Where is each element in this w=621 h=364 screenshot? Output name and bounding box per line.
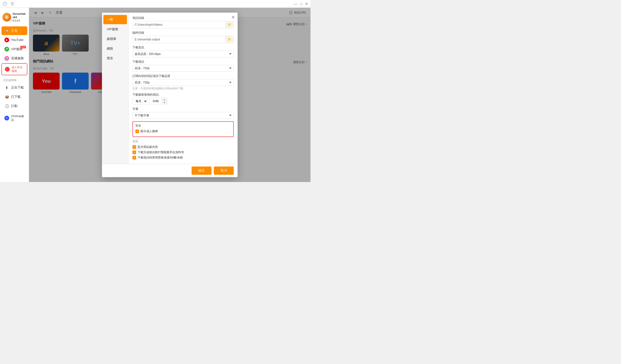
screensaver-checkbox[interactable]: ✓ — [133, 156, 136, 160]
sidebar-live-label: 直播服務 — [11, 56, 24, 61]
adult-icon: 🚫 — [5, 67, 10, 72]
show-adult-checkbox[interactable]: ✓ — [135, 130, 139, 133]
latest-video-label: 下載最新發佈的視訊: — [133, 93, 234, 97]
screensaver-row: ✓ 下載視訊時禁用熒幕保護/待機/休眠 — [133, 156, 234, 160]
open-folder-label: 下載完成後自動打開檔案所在資料夾 — [138, 150, 184, 154]
history-icon[interactable]: 🕐 — [2, 1, 7, 6]
menu-icon[interactable]: ☰ — [11, 1, 14, 6]
logo-icon: S — [2, 13, 11, 21]
temp-dir-row: 📁 — [133, 36, 234, 43]
clipboard-checkbox[interactable]: ✓ — [133, 145, 136, 149]
modal-footer: 確定 取消 — [102, 164, 238, 177]
sidebar-item-dvdfab[interactable]: D DVDFab產品 — [1, 113, 27, 124]
sidebar: S Streamfab x64 6.0.0.0 🏠 主頁 ▶ YouTube 🔑… — [0, 8, 29, 182]
youtube-icon: ▶ — [4, 37, 9, 42]
sidebar-adult-label: 成人串流服務 — [12, 66, 24, 73]
hot-badge: HOT — [20, 46, 26, 49]
svg-text:S: S — [6, 16, 8, 19]
video-quality-select[interactable]: 高清 - 720p全高清 - 1080p4K - 2160p標準 - 480p — [133, 65, 234, 72]
logo-text: Streamfab x64 6.0.0.0 — [13, 12, 26, 22]
checkmark: ✓ — [134, 156, 135, 159]
dvdfab-icon: D — [4, 116, 9, 120]
modal-nav-network[interactable]: 網路 — [104, 44, 127, 53]
modal-nav-general[interactable]: 一般 — [104, 15, 127, 24]
show-adult-row: ✓ 顯示成人服務 — [135, 129, 231, 133]
modal-form-content: 視訊目錄 📁 臨時目錄 📁 下載音訊 超高品質 — [129, 13, 238, 164]
sidebar-dvdfab-label: DVDFab產品 — [11, 115, 24, 122]
sidebar-youtube-label: YouTube — [11, 38, 23, 42]
schedule-icon: 📋 — [4, 104, 9, 108]
cancel-btn[interactable]: 取消 — [214, 166, 234, 175]
video-dir-input[interactable] — [133, 21, 225, 28]
subtitle-label: 字幕 — [133, 107, 234, 111]
time-row: 每天 ▲ ▼ — [133, 98, 234, 105]
time-down-btn[interactable]: ▼ — [162, 101, 167, 104]
sidebar-item-downloaded[interactable]: 📦 已下載 — [1, 92, 27, 101]
title-bar: 🕐 ☰ — □ ✕ — [0, 0, 310, 8]
security-section-label: 安全 — [135, 124, 231, 128]
sidebar-item-downloading[interactable]: ⬇ 正在下載 — [1, 83, 27, 92]
checkmark: ✓ — [136, 130, 138, 133]
checkmark: ✓ — [134, 151, 135, 154]
maximize-btn[interactable]: □ — [300, 2, 302, 6]
modal-layout: 一般 VIP服務 媒體庫 網路 聲音 視訊目錄 📁 — [102, 13, 238, 164]
modal-nav-media[interactable]: 媒體庫 — [104, 34, 127, 44]
sidebar-downloaded-label: 已下載 — [11, 95, 21, 99]
sidebar-downloading-label: 正在下載 — [11, 85, 24, 90]
time-up-btn[interactable]: ▲ — [162, 98, 167, 101]
modal-overlay: ✕ 一般 VIP服務 媒體庫 網路 聲音 視訊目錄 — [29, 8, 310, 182]
media-library-label: 您的媒體庫 — [0, 76, 29, 83]
vip-icon: 🔑 — [4, 47, 9, 51]
video-dir-browse-btn[interactable]: 📁 — [225, 21, 233, 28]
modal-close-btn[interactable]: ✕ — [232, 15, 235, 20]
app-container: S Streamfab x64 6.0.0.0 🏠 主頁 ▶ YouTube 🔑… — [0, 8, 310, 182]
clipboard-row: ✓ 監控剪貼板內容 — [133, 145, 234, 149]
sidebar-item-live[interactable]: 📡 直播服務 — [1, 54, 27, 63]
sub-video-quality-select[interactable]: 高清 - 720p全高清 - 1080p4K - 2160p標準 - 480p — [133, 79, 234, 86]
sidebar-item-schedule[interactable]: 📋 計劃 — [1, 102, 27, 110]
title-bar-controls: — □ ✕ — [294, 2, 308, 6]
sidebar-item-adult[interactable]: 🚫 成人串流服務 — [1, 63, 27, 75]
minimize-btn[interactable]: — — [294, 2, 297, 6]
time-input-group: ▲ ▼ — [149, 98, 167, 105]
sidebar-schedule-label: 計劃 — [11, 104, 17, 108]
downloading-icon: ⬇ — [4, 85, 9, 90]
home-icon: 🏠 — [4, 28, 9, 33]
checkmark: ✓ — [134, 146, 135, 148]
open-folder-checkbox[interactable]: ✓ — [133, 150, 136, 154]
logo-area: S Streamfab x64 6.0.0.0 — [0, 10, 29, 26]
video-dir-label: 視訊目錄 — [133, 16, 234, 20]
modal-sidebar: 一般 VIP服務 媒體庫 網路 聲音 — [102, 13, 129, 164]
subtitle-select[interactable]: 不下載字幕下載全部僅中文 — [133, 112, 234, 119]
open-folder-row: ✓ 下載完成後自動打開檔案所在資料夾 — [133, 150, 234, 154]
show-adult-label: 顯示成人服務 — [140, 129, 158, 133]
close-btn[interactable]: ✕ — [305, 2, 308, 6]
time-unit-select[interactable]: 每天 — [133, 98, 148, 105]
sidebar-item-youtube[interactable]: ▶ YouTube — [1, 35, 27, 44]
clipboard-label: 監控剪貼板內容 — [138, 145, 158, 149]
video-dir-row: 📁 — [133, 21, 234, 28]
video-quality-label: 下載視訊 — [133, 60, 234, 64]
main-content: ◀ ▶ ↻ 主頁 📋 粘貼URL VIP服務 編輯 瀏覽全部 › 從 — [29, 8, 310, 182]
sidebar-item-vip[interactable]: 🔑 VIP服務 HOT — [1, 45, 27, 53]
live-icon: 📡 — [4, 56, 9, 61]
audio-quality-select[interactable]: 超高品質 - 320 kbps高品質 - 256 kbps標準品質 - 128 … — [133, 50, 234, 57]
title-bar-left: 🕐 ☰ — [2, 1, 14, 6]
temp-dir-label: 臨時目錄 — [133, 31, 234, 35]
temp-dir-browse-btn[interactable]: 📁 — [225, 36, 233, 43]
audio-quality-label: 下載音訊 — [133, 46, 234, 50]
sub-video-quality-label: 訂閱內容的預設視訊下載品質 — [133, 74, 234, 78]
confirm-btn[interactable]: 確定 — [191, 166, 211, 175]
settings-modal: ✕ 一般 VIP服務 媒體庫 網路 聲音 視訊目錄 — [102, 13, 238, 177]
modal-nav-audio[interactable]: 聲音 — [104, 54, 127, 63]
time-value-input[interactable] — [150, 98, 162, 104]
sidebar-item-home[interactable]: 🏠 主頁 — [1, 26, 27, 35]
sidebar-home-label: 主頁 — [11, 29, 17, 33]
temp-dir-input[interactable] — [133, 36, 225, 43]
quality-note: 注意：不是所有視訊都能以1080p或4K下載。 — [133, 87, 234, 90]
downloaded-icon: 📦 — [4, 94, 9, 99]
security-section: 安全 ✓ 顯示成人服務 — [133, 121, 234, 137]
screensaver-label: 下載視訊時禁用熒幕保護/待機/休眠 — [138, 156, 183, 160]
system-section-label: 系統 — [133, 139, 234, 144]
modal-nav-vip[interactable]: VIP服務 — [104, 25, 127, 34]
